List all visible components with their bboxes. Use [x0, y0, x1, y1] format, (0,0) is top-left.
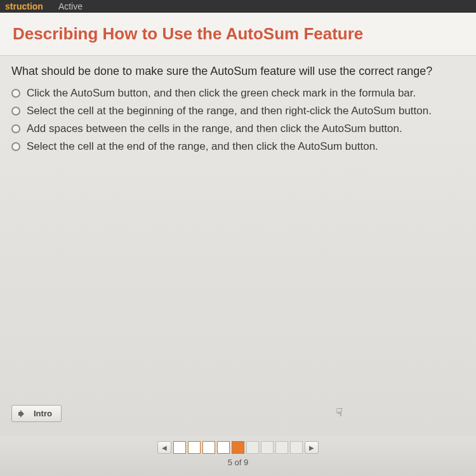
question-text: What should be done to make sure the Aut… — [11, 65, 465, 78]
option-label: Select the cell at the end of the range,… — [27, 140, 378, 153]
speaker-icon — [18, 409, 29, 418]
option-4[interactable]: Select the cell at the end of the range,… — [11, 140, 465, 153]
radio-icon — [11, 107, 20, 116]
radio-icon — [11, 124, 20, 133]
option-1[interactable]: Click the AutoSum button, and then click… — [11, 87, 465, 100]
bottom-toolbar: Intro — [11, 405, 62, 422]
intro-label: Intro — [34, 409, 52, 418]
page-box-1[interactable] — [173, 441, 186, 454]
next-button[interactable]: ▶ — [305, 441, 319, 454]
page-box-8[interactable] — [275, 441, 288, 454]
radio-icon — [11, 89, 20, 98]
pager-label: 5 of 9 — [0, 458, 476, 467]
page-box-4[interactable] — [217, 441, 230, 454]
option-label: Select the cell at the beginning of the … — [27, 105, 432, 117]
prev-button[interactable]: ◀ — [157, 441, 171, 454]
page-box-3[interactable] — [202, 441, 215, 454]
options-list: Click the AutoSum button, and then click… — [11, 87, 465, 153]
content-panel: What should be done to make sure the Aut… — [0, 55, 476, 436]
page-box-9[interactable] — [290, 441, 303, 454]
option-2[interactable]: Select the cell at the beginning of the … — [11, 105, 465, 117]
radio-icon — [11, 142, 20, 151]
top-tabs: struction Active — [0, 0, 476, 13]
pager-row: ◀ ▶ — [0, 441, 476, 454]
page-box-2[interactable] — [188, 441, 201, 454]
pager: ◀ ▶ 5 of 9 — [0, 436, 476, 476]
page-box-6[interactable] — [246, 441, 259, 454]
option-3[interactable]: Add spaces between the cells in the rang… — [11, 122, 465, 135]
tab-active[interactable]: Active — [58, 1, 83, 11]
page-box-5[interactable] — [232, 441, 244, 454]
intro-button[interactable]: Intro — [11, 405, 62, 422]
option-label: Click the AutoSum button, and then click… — [27, 87, 416, 100]
pointer-cursor-icon: ☟ — [336, 406, 343, 420]
page: Describing How to Use the AutoSum Featur… — [0, 13, 476, 476]
page-box-7[interactable] — [261, 441, 274, 454]
page-title: Describing How to Use the AutoSum Featur… — [0, 24, 476, 55]
tab-instruction[interactable]: struction — [5, 1, 43, 11]
option-label: Add spaces between the cells in the rang… — [27, 122, 402, 135]
